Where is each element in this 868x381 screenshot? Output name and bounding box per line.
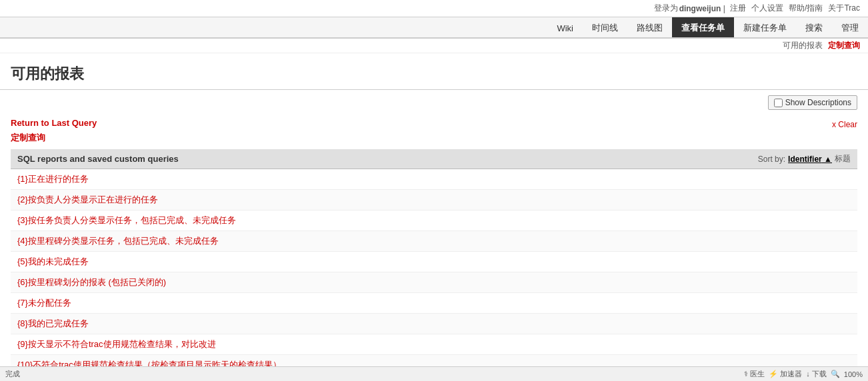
report-link-2[interactable]: {2}按负责人分类显示正在进行的任务: [17, 194, 158, 204]
report-link-8[interactable]: {8}我的已完成任务: [17, 318, 89, 328]
top-bar: 登录为 dingweijun | 注册 个人设置 帮助/指南 关于Trac: [0, 0, 868, 17]
nav-item-时间线[interactable]: 时间线: [583, 17, 627, 37]
nav-item-管理[interactable]: 管理: [832, 17, 868, 37]
report-link-6[interactable]: {6}按里程碑划分的报表 (包括已关闭的): [17, 277, 166, 287]
report-row: {7}未分配任务: [11, 293, 857, 314]
status-text: 完成: [5, 369, 20, 379]
sort-title[interactable]: 标题: [835, 153, 851, 165]
report-link-4[interactable]: {4}按里程碑分类显示任务，包括已完成、未完成任务: [17, 236, 219, 246]
reports-rows: {1}正在进行的任务{2}按负责人分类显示正在进行的任务{3}按任务负责人分类显…: [11, 169, 857, 376]
clear-link[interactable]: x Clear: [832, 120, 857, 129]
nav-bar: Wiki时间线路线图查看任务单新建任务单搜索管理: [0, 17, 868, 39]
sub-nav: 可用的报表定制查询: [0, 39, 868, 53]
status-icon-1: ⚕ 医生: [744, 369, 765, 379]
status-bar: 完成 ⚕ 医生 ⚡ 加速器 ↓ 下载 🔍 100%: [0, 366, 868, 381]
nav-item-搜索[interactable]: 搜索: [796, 17, 832, 37]
status-zoom: 🔍: [831, 370, 840, 378]
reports-table-header: SQL reports and saved custom queries Sor…: [11, 149, 857, 169]
show-descriptions-button[interactable]: Show Descriptions: [768, 95, 857, 110]
report-link-5[interactable]: {5}我的未完成任务: [17, 256, 89, 266]
report-row: {1}正在进行的任务: [11, 169, 857, 190]
report-row: {3}按任务负责人分类显示任务，包括已完成、未完成任务: [11, 210, 857, 231]
status-icon-2: ⚡ 加速器: [769, 369, 802, 379]
status-icons: ⚕ 医生 ⚡ 加速器 ↓ 下载 🔍 100%: [744, 369, 863, 379]
subnav-item-可用的报表[interactable]: 可用的报表: [783, 40, 823, 51]
show-descriptions-checkbox[interactable]: [774, 99, 783, 107]
content: Return to Last Query x Clear 定制查询 SQL re…: [0, 113, 868, 381]
report-link-1[interactable]: {1}正在进行的任务: [17, 174, 89, 184]
register-link[interactable]: 注册: [730, 3, 746, 14]
reports-table-title: SQL reports and saved custom queries: [17, 154, 179, 164]
report-link-7[interactable]: {7}未分配任务: [17, 298, 71, 308]
report-row: {9}按天显示不符合trac使用规范检查结果，对比改进: [11, 334, 857, 355]
report-link-9[interactable]: {9}按天显示不符合trac使用规范检查结果，对比改进: [17, 339, 216, 349]
preferences-link[interactable]: 个人设置: [751, 3, 783, 14]
page-title: 可用的报表: [11, 64, 857, 84]
return-to-last-query-link[interactable]: Return to Last Query: [11, 118, 97, 128]
sort-label: Sort by:: [758, 155, 785, 164]
nav-item-路线图[interactable]: 路线图: [627, 17, 672, 37]
about-link[interactable]: 关于Trac: [828, 3, 860, 14]
show-descriptions-label: Show Descriptions: [785, 98, 851, 107]
login-text: 登录为: [654, 3, 678, 14]
report-link-3[interactable]: {3}按任务负责人分类显示任务，包括已完成、未完成任务: [17, 215, 236, 225]
sort-area: Sort by: Identifier 标题: [758, 153, 851, 165]
help-link[interactable]: 帮助/指南: [789, 3, 823, 14]
status-icon-3: ↓ 下载: [806, 369, 827, 379]
sort-identifier[interactable]: Identifier: [788, 155, 832, 164]
nav-item-新建任务单[interactable]: 新建任务单: [734, 17, 796, 37]
nav-item-查看任务单[interactable]: 查看任务单: [672, 17, 734, 37]
nav-item-Wiki[interactable]: Wiki: [547, 17, 583, 37]
subnav-item-定制查询[interactable]: 定制查询: [828, 40, 860, 51]
report-row: {2}按负责人分类显示正在进行的任务: [11, 190, 857, 210]
custom-query-link[interactable]: 定制查询: [11, 132, 857, 144]
show-descriptions-area: Show Descriptions: [0, 90, 868, 113]
clear-area: Return to Last Query x Clear: [11, 118, 857, 131]
report-row: {5}我的未完成任务: [11, 252, 857, 272]
username: dingweijun: [679, 4, 721, 13]
reports-section: SQL reports and saved custom queries Sor…: [11, 149, 857, 376]
report-row: {6}按里程碑划分的报表 (包括已关闭的): [11, 272, 857, 293]
status-percent: 100%: [844, 370, 863, 378]
report-row: {4}按里程碑分类显示任务，包括已完成、未完成任务: [11, 231, 857, 252]
page-title-area: 可用的报表: [0, 53, 868, 90]
report-row: {8}我的已完成任务: [11, 314, 857, 334]
